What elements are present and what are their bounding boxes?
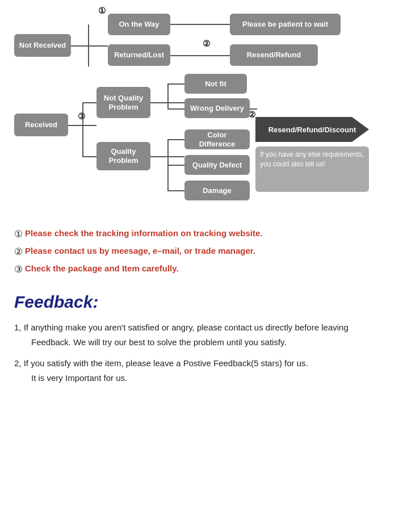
note-item-3: ③ Check the package and Item carefully. [14, 263, 389, 275]
line-h-wrongdel [167, 108, 184, 110]
line-h-notquality [82, 102, 96, 103]
line-v-up [88, 24, 89, 45]
label-2a: ② [203, 39, 210, 49]
note-text-3: Check the package and Item carefully. [25, 263, 179, 273]
note-item-2: ② Please contact us by meesage, e–mail, … [14, 246, 389, 258]
page-container: ① ② ③ ② Not Received On the Way Returned… [0, 0, 403, 397]
note-requirements: If you have any else requirements, you c… [255, 146, 369, 192]
note-circle-3: ③ [14, 263, 23, 275]
notes-section: ① Please check the tracking information … [14, 228, 389, 275]
line-h-colordiff [167, 139, 184, 140]
line-v-damage [167, 156, 169, 190]
line-h-damage [167, 190, 184, 191]
box-not-received: Not Received [14, 34, 71, 57]
line-v-colordiff [167, 139, 169, 156]
label-1: ① [98, 6, 106, 16]
feedback-prefix-2: 2, [14, 358, 22, 368]
line-v-wrongdel [167, 102, 169, 108]
line-h-notfit [167, 83, 184, 85]
box-color-diff: Color Difference [184, 129, 250, 149]
box-not-quality: Not Quality Problem [96, 87, 150, 118]
feedback-title: Feedback: [14, 292, 389, 312]
line-nr-branch [71, 45, 108, 47]
box-quality-defect: Quality Defect [184, 155, 250, 175]
note-circle-2: ② [14, 246, 23, 258]
line-h-qualdefect [167, 165, 184, 166]
box-returned-lost: Returned/Lost [108, 44, 170, 66]
note-circle-1: ① [14, 228, 23, 240]
line-v-down [88, 45, 89, 66]
box-received: Received [14, 114, 68, 136]
line-v-notfit [167, 83, 169, 102]
line-received-branch [65, 125, 96, 126]
note-text-1: Please check the tracking information on… [25, 228, 262, 238]
feedback-item-2: 2, If you satisfy with the item, please … [14, 356, 389, 385]
line-returned-to-resend [170, 55, 230, 56]
note-text-2: Please contact us by meesage, e–mail, or… [25, 246, 255, 255]
box-resend-refund-1: Resend/Refund [230, 44, 318, 66]
box-resend-discount: Resend/Refund/Discount [255, 117, 369, 142]
feedback-line2-2: It is very Important for us. [31, 373, 127, 383]
box-on-the-way: On the Way [108, 14, 170, 35]
feedback-line1-2: If you satisfy with the item, please lea… [24, 358, 308, 368]
line-ontheway-to-wait [170, 24, 230, 25]
box-quality-problem: Quality Problem [96, 142, 150, 170]
box-wrong-delivery: Wrong Delivery [184, 98, 250, 118]
label-3: ③ [78, 111, 85, 122]
feedback-line2-1: Feedback. We will try our best to solve … [31, 337, 287, 347]
note-item-1: ① Please check the tracking information … [14, 228, 389, 240]
line-h-quality [82, 156, 96, 157]
box-damage: Damage [184, 181, 250, 200]
flowchart-section: ① ② ③ ② Not Received On the Way Returned… [9, 6, 394, 221]
box-not-fit: Not fit [184, 74, 247, 94]
feedback-section: Feedback: 1, If anything make you aren't… [14, 292, 389, 385]
feedback-line1-1: If anything make you aren't satisfied or… [24, 322, 349, 332]
feedback-prefix-1: 1, [14, 322, 22, 332]
box-patient-wait: Please be patient to wait [230, 14, 341, 35]
feedback-item-1: 1, If anything make you aren't satisfied… [14, 320, 389, 349]
line-v-quality [82, 125, 83, 157]
